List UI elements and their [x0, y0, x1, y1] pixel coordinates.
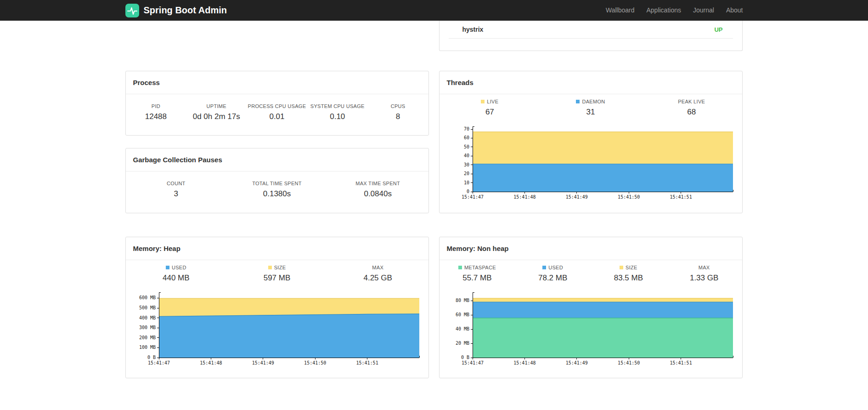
metric-value: 3: [126, 189, 227, 199]
metric-value: 68: [641, 108, 742, 117]
memory-heap-chart: 0 B100 MB200 MB300 MB400 MB500 MB600 MB1…: [135, 289, 422, 368]
nav-item-journal[interactable]: Journal: [687, 0, 720, 21]
legend-swatch-metaspace: [458, 266, 462, 269]
memory-heap-card-body: USED 440 MB SIZE 597 MB MAX: [126, 260, 428, 368]
metric-pid: PID 12488: [126, 103, 186, 121]
metric-label: MAX: [327, 265, 428, 270]
svg-text:500 MB: 500 MB: [139, 305, 155, 310]
brand-title: Spring Boot Admin: [144, 5, 227, 16]
threads-card: Threads LIVE 67 DAEMON: [439, 71, 743, 213]
metric-label: LIVE: [440, 99, 541, 104]
metric-threads-peak-live: PEAK LIVE 68: [641, 99, 742, 119]
metric-label-text: METASPACE: [464, 265, 496, 270]
metric-label-text: USED: [172, 265, 186, 270]
nav-item-wallboard[interactable]: Wallboard: [600, 0, 641, 21]
metric-label: USED: [515, 265, 591, 270]
metric-gc-count: COUNT 3: [126, 181, 227, 199]
metric-process-cpu: PROCESS CPU USAGE 0.01: [247, 103, 307, 121]
metric-label-text: PEAK LIVE: [678, 99, 705, 104]
gc-card-title: Garbage Collection Pauses: [126, 148, 428, 171]
metric-heap-size: SIZE 597 MB: [226, 265, 327, 285]
process-card-title: Process: [126, 71, 428, 94]
metric-nonheap-used: USED 78.2 MB: [515, 265, 591, 285]
svg-text:15:41:48: 15:41:48: [513, 194, 535, 199]
threads-card-title: Threads: [440, 71, 742, 94]
svg-text:60: 60: [463, 135, 469, 140]
svg-text:50: 50: [463, 144, 469, 149]
svg-text:10: 10: [463, 180, 469, 185]
metric-label: COUNT: [126, 181, 227, 186]
metric-nonheap-size: SIZE 83.5 MB: [591, 265, 666, 285]
navbar-inner: Spring Boot Admin Wallboard Applications…: [125, 0, 743, 21]
memory-nonheap-chart: 0 B20 MB40 MB60 MB80 MB15:41:4715:41:481…: [449, 289, 736, 368]
metric-nonheap-max: MAX 1.33 GB: [666, 265, 742, 285]
svg-text:0 B: 0 B: [147, 355, 155, 360]
legend-swatch-used: [166, 266, 169, 269]
svg-text:15:41:49: 15:41:49: [565, 194, 587, 199]
legend-swatch-used: [542, 266, 546, 269]
svg-text:80 MB: 80 MB: [455, 298, 469, 303]
svg-text:15:41:51: 15:41:51: [356, 360, 378, 365]
memory-nonheap-card-body: METASPACE 55.7 MB USED 78.2 MB: [440, 260, 742, 368]
health-row-hystrix: hystrix UP: [449, 21, 733, 39]
metric-label: CPUS: [368, 103, 428, 109]
legend-swatch-size: [268, 266, 272, 269]
metric-value: 597 MB: [226, 273, 327, 283]
metric-threads-live: LIVE 67: [440, 99, 541, 119]
metric-value: 12488: [126, 112, 186, 121]
metric-heap-used: USED 440 MB: [126, 265, 227, 285]
metric-label-text: USED: [548, 265, 563, 270]
svg-text:0 B: 0 B: [461, 355, 469, 360]
metric-label: SYSTEM CPU USAGE: [307, 103, 368, 109]
svg-text:20: 20: [463, 171, 469, 176]
heap-metrics: USED 440 MB SIZE 597 MB MAX: [126, 265, 428, 285]
metric-value: 0.10: [307, 112, 368, 121]
metric-label: MAX TIME SPENT: [327, 181, 428, 186]
navbar: Spring Boot Admin Wallboard Applications…: [0, 0, 868, 21]
metric-value: 0.0840s: [327, 189, 428, 199]
metric-value: 78.2 MB: [515, 273, 591, 283]
metric-label: TOTAL TIME SPENT: [226, 181, 327, 186]
metric-label: USED: [126, 265, 227, 270]
svg-text:400 MB: 400 MB: [139, 315, 155, 320]
metric-label: SIZE: [591, 265, 666, 270]
metric-nonheap-metaspace: METASPACE 55.7 MB: [440, 265, 515, 285]
nav-item-about[interactable]: About: [720, 0, 743, 21]
health-status-badge: UP: [714, 26, 722, 33]
metric-value: 55.7 MB: [440, 273, 515, 283]
metric-label-text: LIVE: [487, 99, 498, 104]
health-service-name: hystrix: [462, 26, 484, 33]
svg-text:70: 70: [463, 126, 469, 131]
gc-card: Garbage Collection Pauses COUNT 3 TOTAL …: [125, 148, 429, 213]
svg-text:15:41:51: 15:41:51: [670, 360, 692, 365]
metric-value: 1.33 GB: [666, 273, 742, 283]
pulse-logo-icon: [125, 4, 139, 17]
memory-nonheap-card: Memory: Non heap METASPACE 55.7 MB USED: [439, 237, 743, 378]
legend-swatch-live: [481, 100, 485, 103]
svg-text:15:41:50: 15:41:50: [304, 360, 326, 365]
nav-item-applications[interactable]: Applications: [640, 0, 687, 21]
metric-label: SIZE: [226, 265, 327, 270]
memory-nonheap-card-title: Memory: Non heap: [440, 237, 742, 260]
metric-value: 67: [440, 108, 541, 117]
metric-heap-max: MAX 4.25 GB: [327, 265, 428, 285]
svg-text:600 MB: 600 MB: [139, 295, 155, 300]
metric-label-text: SIZE: [626, 265, 637, 270]
metric-label: PID: [126, 103, 186, 109]
legend-swatch-size: [620, 266, 623, 269]
legend-swatch-daemon: [576, 100, 580, 103]
metric-label-text: SIZE: [274, 265, 286, 270]
memory-heap-card: Memory: Heap USED 440 MB SIZE: [125, 237, 429, 378]
metric-value: 0.1380s: [226, 189, 327, 199]
svg-text:100 MB: 100 MB: [139, 345, 155, 350]
threads-metrics: LIVE 67 DAEMON 31 PEAK LIVE: [440, 99, 742, 119]
metric-value: 8: [368, 112, 428, 121]
gc-card-body: COUNT 3 TOTAL TIME SPENT 0.1380s MAX TIM…: [126, 171, 428, 199]
brand[interactable]: Spring Boot Admin: [125, 4, 227, 17]
svg-text:40 MB: 40 MB: [455, 326, 469, 331]
metric-value: 83.5 MB: [591, 273, 666, 283]
process-metrics: PID 12488 UPTIME 0d 0h 2m 17s PROCESS CP…: [126, 103, 428, 121]
metric-value: 0d 0h 2m 17s: [186, 112, 247, 121]
metric-threads-daemon: DAEMON 31: [540, 99, 641, 119]
metric-label-text: MAX: [372, 265, 383, 270]
